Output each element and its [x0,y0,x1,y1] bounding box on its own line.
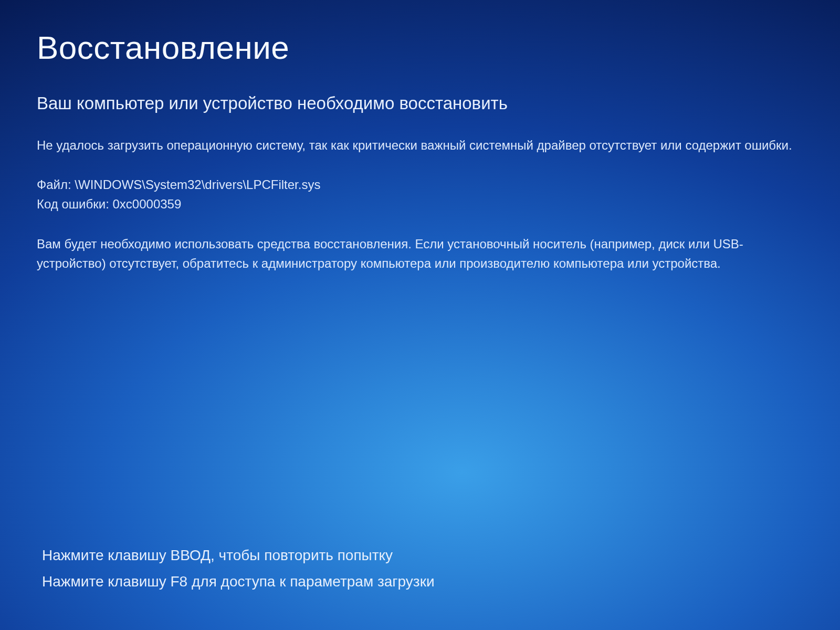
error-description: Не удалось загрузить операционную систем… [37,135,803,155]
recovery-screen: Восстановление Ваш компьютер или устройс… [37,29,808,273]
error-details: Файл: \WINDOWS\System32\drivers\LPCFilte… [37,175,808,214]
page-title: Восстановление [37,29,808,66]
error-code-line: Код ошибки: 0xc0000359 [37,194,808,214]
footer-hints: Нажмите клавишу ВВОД, чтобы повторить по… [42,544,808,596]
file-path: \WINDOWS\System32\drivers\LPCFilter.sys [75,177,320,192]
recovery-instruction: Вам будет необходимо использовать средст… [37,234,803,273]
error-code-label: Код ошибки: [37,197,109,211]
file-label: Файл: [37,177,71,192]
file-line: Файл: \WINDOWS\System32\drivers\LPCFilte… [37,175,808,194]
error-code-value: 0xc0000359 [112,197,181,211]
hint-f8-boot-options: Нажмите клавишу F8 для доступа к парамет… [42,570,808,593]
hint-enter-retry: Нажмите клавишу ВВОД, чтобы повторить по… [42,544,808,566]
page-subtitle: Ваш компьютер или устройство необходимо … [37,93,808,113]
